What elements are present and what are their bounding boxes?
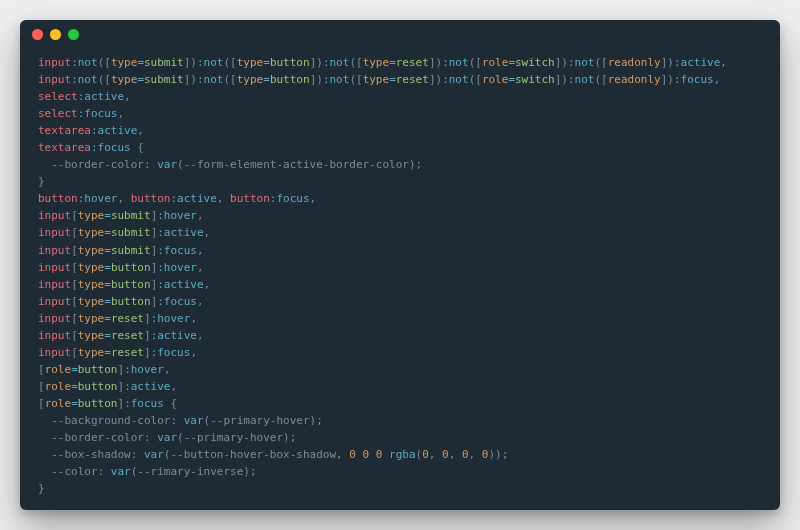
code-line: input[type=reset]:focus,: [38, 346, 197, 359]
code-line: input[type=reset]:hover,: [38, 312, 197, 325]
zoom-icon[interactable]: [68, 29, 79, 40]
code-line: }: [38, 175, 45, 188]
code-line: input[type=submit]:hover,: [38, 209, 204, 222]
minimize-icon[interactable]: [50, 29, 61, 40]
code-line: select:focus,: [38, 107, 124, 120]
close-icon[interactable]: [32, 29, 43, 40]
code-line: --box-shadow: var(--button-hover-box-sha…: [38, 448, 508, 461]
code-line: textarea:focus {: [38, 141, 144, 154]
code-line: textarea:active,: [38, 124, 144, 137]
code-line: --border-color: var(--form-element-activ…: [38, 158, 422, 171]
code-line: select:active,: [38, 90, 131, 103]
code-line: input[type=button]:active,: [38, 278, 210, 291]
code-line: [role=button]:hover,: [38, 363, 171, 376]
code-line: --background-color: var(--primary-hover)…: [38, 414, 323, 427]
code-line: [role=button]:focus {: [38, 397, 177, 410]
code-window: input:not([type=submit]):not([type=butto…: [20, 20, 780, 510]
code-line: input[type=button]:hover,: [38, 261, 204, 274]
code-line: input:not([type=submit]):not([type=butto…: [38, 73, 720, 86]
code-block: input:not([type=submit]):not([type=butto…: [20, 48, 780, 510]
pseudo-not: :not: [71, 56, 98, 69]
code-line: button:hover, button:active, button:focu…: [38, 192, 316, 205]
code-line: input[type=submit]:active,: [38, 226, 210, 239]
window-titlebar: [20, 20, 780, 48]
tag-input: input: [38, 56, 71, 69]
code-line: input[type=submit]:focus,: [38, 244, 204, 257]
code-line: --color: var(--rimary-inverse);: [38, 465, 257, 478]
code-line: [role=button]:active,: [38, 380, 177, 393]
code-line: input:not([type=submit]):not([type=butto…: [38, 56, 727, 69]
code-line: --border-color: var(--primary-hover);: [38, 431, 296, 444]
code-line: input[type=button]:focus,: [38, 295, 204, 308]
code-line: input[type=reset]:active,: [38, 329, 204, 342]
code-line: }: [38, 482, 45, 495]
